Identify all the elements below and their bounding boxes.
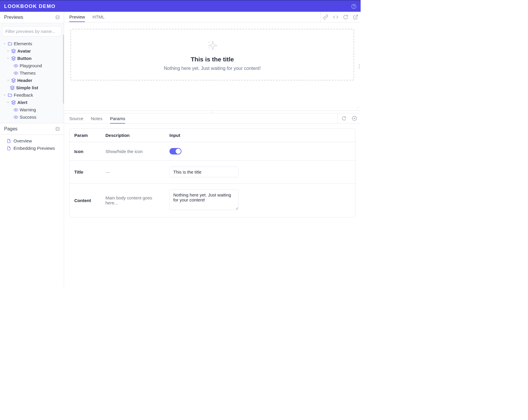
tree-label: Warning — [20, 107, 36, 112]
tree-label: Simple list — [16, 85, 38, 90]
param-row-icon: Icon Show/hide the icon — [70, 142, 355, 161]
chevron-down-icon — [6, 57, 10, 60]
preview-card: This is the title Nothing here yet. Just… — [70, 29, 354, 80]
tree-item-button[interactable]: Button — [0, 55, 64, 62]
help-icon[interactable] — [351, 4, 357, 9]
chevron-right-icon — [6, 49, 10, 53]
param-name: Icon — [70, 142, 101, 161]
redo-icon[interactable] — [341, 116, 347, 121]
toggle-knob — [176, 149, 181, 154]
col-description: Description — [101, 129, 165, 142]
col-input: Input — [165, 129, 355, 142]
link-icon[interactable] — [323, 14, 328, 20]
param-desc: Show/hide the icon — [101, 142, 165, 161]
previews-label: Previews — [4, 15, 23, 20]
preview-title: This is the title — [191, 56, 234, 63]
tree-label: Elements — [14, 41, 32, 46]
chevron-right-icon — [6, 79, 10, 82]
tree-label: Avatar — [17, 48, 31, 53]
icon-toggle[interactable] — [169, 148, 181, 154]
page-label: Overview — [14, 138, 32, 143]
page-label: Embedding Previews — [14, 146, 55, 151]
params-panel: Param Description Input Icon Show/hide t… — [64, 124, 361, 222]
eye-icon — [14, 107, 18, 112]
title-input[interactable] — [169, 167, 238, 177]
svg-point-6 — [15, 65, 16, 66]
page-overview[interactable]: Overview — [0, 137, 64, 145]
preview-toolbar: Preview HTML — [64, 12, 361, 22]
collapse-icon[interactable] — [56, 127, 60, 131]
filter-input[interactable] — [2, 26, 62, 36]
chevron-down-icon — [6, 101, 10, 104]
folder-icon — [8, 93, 12, 98]
pages-label: Pages — [4, 126, 17, 132]
tree-label: Playground — [20, 63, 42, 68]
inspector-toolbar: Source Notes Params — [64, 113, 361, 124]
chevron-down-icon — [3, 42, 6, 45]
chevron-down-icon — [3, 93, 6, 97]
page-embedding[interactable]: Embedding Previews — [0, 145, 64, 152]
svg-point-1 — [354, 7, 354, 8]
refresh-icon[interactable] — [343, 14, 348, 20]
tree-leaf-themes[interactable]: Themes — [0, 69, 64, 77]
tab-preview[interactable]: Preview — [69, 12, 85, 22]
col-param: Param — [70, 129, 101, 142]
sidebar: Previews Elements Avatar Button — [0, 12, 64, 287]
tree-leaf-success[interactable]: Success — [0, 113, 64, 121]
tree-leaf-playground[interactable]: Playground — [0, 62, 64, 69]
tree-label: Button — [17, 56, 31, 61]
eye-icon — [14, 71, 18, 75]
svg-marker-8 — [11, 78, 15, 80]
resize-handle-east[interactable]: ••• — [359, 64, 359, 69]
eye-icon — [14, 63, 18, 68]
tree-label: Themes — [20, 70, 36, 75]
app-title: LOOKBOOK DEMO — [4, 4, 56, 9]
tree-leaf-warning[interactable]: Warning — [0, 106, 64, 113]
param-name: Title — [70, 161, 101, 184]
layers-icon — [10, 85, 15, 90]
tree-folder-feedback[interactable]: Feedback — [0, 91, 64, 99]
tree-item-avatar[interactable]: Avatar — [0, 47, 64, 55]
pages-list: Overview Embedding Previews — [0, 135, 64, 154]
svg-marker-4 — [11, 49, 15, 51]
tree-label: Success — [20, 115, 36, 120]
content-textarea[interactable] — [169, 189, 238, 210]
app-header: LOOKBOOK DEMO — [0, 0, 361, 12]
eye-icon — [14, 115, 18, 120]
svg-point-11 — [15, 109, 16, 110]
param-row-content: Content Main body content goes here... — [70, 184, 355, 217]
inspector: Source Notes Params Param Description — [64, 113, 361, 287]
tree-item-simple-list[interactable]: Simple list — [0, 84, 64, 91]
horizontal-splitter[interactable]: ═ — [64, 110, 361, 113]
tree-folder-elements[interactable]: Elements — [0, 40, 64, 47]
previews-section-head: Previews — [0, 12, 64, 23]
tree-item-header[interactable]: Header — [0, 77, 64, 84]
tree-label: Alert — [17, 100, 27, 105]
file-icon — [7, 146, 11, 150]
layers-icon — [11, 49, 16, 53]
filter-wrap — [0, 23, 64, 39]
param-row-title: Title — — [70, 161, 355, 184]
tab-source[interactable]: Source — [69, 114, 83, 123]
file-icon — [7, 139, 11, 143]
sparkle-icon — [207, 40, 218, 51]
svg-line-15 — [355, 15, 358, 17]
resize-handle-corner[interactable]: ⋰ — [356, 106, 359, 110]
folder-icon — [8, 41, 12, 46]
layers-icon — [11, 78, 16, 83]
code-icon[interactable] — [333, 14, 338, 20]
tab-html[interactable]: HTML — [93, 12, 105, 22]
tab-params[interactable]: Params — [110, 114, 125, 123]
external-link-icon[interactable] — [353, 14, 358, 20]
svg-point-7 — [15, 73, 16, 74]
tab-notes[interactable]: Notes — [91, 114, 102, 123]
preview-subtitle: Nothing here yet. Just waiting for your … — [164, 66, 261, 71]
params-table: Param Description Input Icon Show/hide t… — [69, 128, 355, 217]
close-circle-icon[interactable] — [352, 116, 357, 121]
preview-pane: This is the title Nothing here yet. Just… — [64, 22, 361, 110]
layers-icon — [11, 56, 16, 61]
collapse-icon[interactable] — [56, 15, 60, 19]
svg-marker-9 — [10, 86, 14, 88]
tree-item-alert[interactable]: Alert — [0, 99, 64, 106]
svg-point-12 — [15, 117, 16, 118]
